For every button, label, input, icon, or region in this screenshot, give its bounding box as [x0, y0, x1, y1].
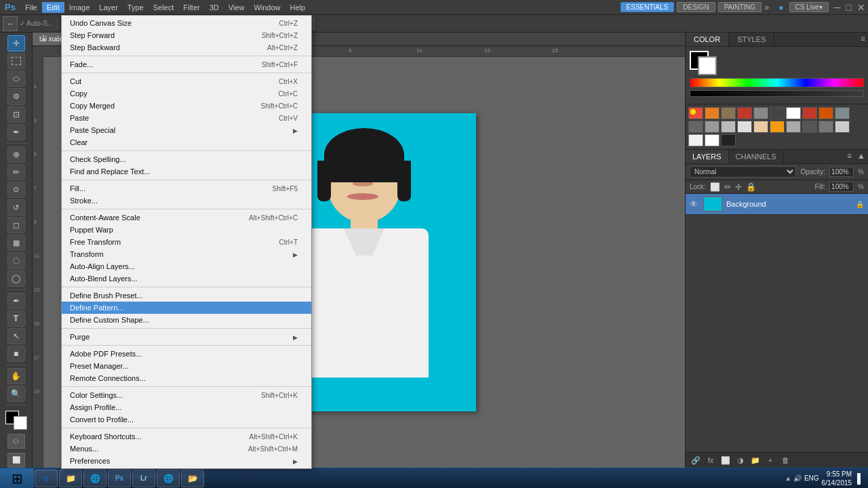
- menu-sep-3: [62, 150, 311, 151]
- menu-sep-6: [62, 287, 311, 287]
- menu-sep-7: [62, 328, 311, 329]
- menu-copy-merged[interactable]: Copy Merged Shift+Ctrl+C: [62, 100, 311, 112]
- menu-preset-manager[interactable]: Preset Manager...: [62, 360, 311, 372]
- menu-sep-9: [62, 386, 311, 387]
- edit-menu-dropdown: Undo Canvas Size Ctrl+Z Step Forward Shi…: [61, 15, 312, 469]
- menu-auto-align-layers[interactable]: Auto-Align Layers...: [62, 260, 311, 272]
- menu-assign-profile[interactable]: Assign Profile...: [62, 401, 311, 413]
- menu-paste-special[interactable]: Paste Special ▶: [62, 124, 311, 136]
- menu-stroke[interactable]: Stroke...: [62, 195, 311, 207]
- menu-transform[interactable]: Transform ▶: [62, 248, 311, 260]
- menu-define-custom-shape[interactable]: Define Custom Shape...: [62, 314, 311, 326]
- menu-auto-blend-layers[interactable]: Auto-Blend Layers...: [62, 272, 311, 285]
- menu-sep-4: [62, 180, 311, 180]
- dropdown-overlay: Undo Canvas Size Ctrl+Z Step Forward Shi…: [0, 0, 868, 488]
- menu-menus[interactable]: Menus... Alt+Shift+Ctrl+M: [62, 443, 311, 455]
- menu-content-aware-scale[interactable]: Content-Aware Scale Alt+Shift+Ctrl+C: [62, 211, 311, 224]
- menu-sep-5: [62, 209, 311, 209]
- menu-clear[interactable]: Clear: [62, 136, 311, 148]
- menu-step-backward[interactable]: Step Backward Alt+Ctrl+Z: [62, 41, 311, 54]
- menu-fade[interactable]: Fade... Shift+Ctrl+F: [62, 58, 311, 70]
- menu-define-brush-preset[interactable]: Define Brush Preset...: [62, 289, 311, 302]
- menu-adobe-pdf-presets[interactable]: Adobe PDF Presets...: [62, 348, 311, 360]
- menu-cut[interactable]: Cut Ctrl+X: [62, 75, 311, 87]
- menu-paste[interactable]: Paste Ctrl+V: [62, 112, 311, 124]
- menu-keyboard-shortcuts[interactable]: Keyboard Shortcuts... Alt+Shift+Ctrl+K: [62, 430, 311, 443]
- menu-sep-2: [62, 73, 311, 73]
- menu-remote-connections[interactable]: Remote Connections...: [62, 372, 311, 384]
- menu-step-forward[interactable]: Step Forward Shift+Ctrl+Z: [62, 29, 311, 41]
- menu-undo[interactable]: Undo Canvas Size Ctrl+Z: [62, 17, 311, 29]
- menu-copy[interactable]: Copy Ctrl+C: [62, 87, 311, 100]
- menu-define-pattern[interactable]: Define Pattern...: [62, 302, 311, 314]
- menu-sep-1: [62, 56, 311, 56]
- menu-color-settings[interactable]: Color Settings... Shift+Ctrl+K: [62, 389, 311, 401]
- menu-sep-8: [62, 345, 311, 346]
- menu-preferences[interactable]: Preferences ▶: [62, 455, 311, 467]
- menu-puppet-warp[interactable]: Puppet Warp: [62, 224, 311, 236]
- menu-check-spelling[interactable]: Check Spelling...: [62, 153, 311, 165]
- menu-sep-10: [62, 428, 311, 428]
- menu-purge[interactable]: Purge ▶: [62, 331, 311, 343]
- menu-fill[interactable]: Fill... Shift+F5: [62, 182, 311, 195]
- menu-convert-to-profile[interactable]: Convert to Profile...: [62, 413, 311, 426]
- menu-find-replace[interactable]: Find and Replace Text...: [62, 165, 311, 178]
- menu-free-transform[interactable]: Free Transform Ctrl+T: [62, 236, 311, 248]
